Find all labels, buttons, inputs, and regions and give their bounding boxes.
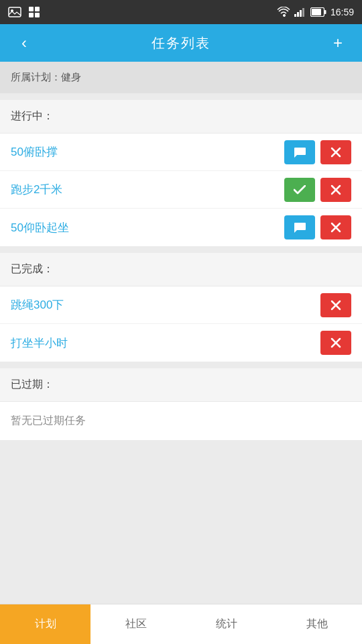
task-item: 跳绳300下: [0, 286, 362, 324]
plan-label: 所属计划：健身: [0, 62, 362, 93]
signal-icon: [294, 7, 306, 17]
task-name-5: 打坐半小时: [11, 335, 320, 351]
page-title: 任务列表: [152, 34, 210, 52]
status-bar: 16:59: [0, 0, 362, 24]
section-header-in-progress: 进行中：: [0, 100, 362, 133]
bottom-nav-item-stats[interactable]: 统计: [181, 604, 272, 644]
delete-button-3[interactable]: [320, 215, 351, 239]
close-icon: [330, 337, 341, 348]
image-icon: [8, 7, 21, 17]
svg-rect-12: [312, 9, 321, 15]
svg-rect-6: [294, 14, 296, 17]
comment-button-3[interactable]: [284, 215, 315, 239]
task-actions-1: [284, 140, 351, 164]
task-actions-3: [284, 215, 351, 239]
svg-rect-0: [9, 7, 21, 17]
check-button-2[interactable]: [284, 178, 315, 202]
wifi-icon: [277, 7, 290, 17]
section-completed: 已完成： 跳绳300下 打坐半小时: [0, 253, 362, 362]
battery-icon: [310, 7, 326, 17]
task-item: 跑步2千米: [0, 171, 362, 209]
task-actions-4: [320, 293, 351, 317]
time-display: 16:59: [330, 7, 354, 17]
bottom-nav-label-other: 其他: [306, 617, 328, 631]
close-icon: [330, 184, 341, 195]
grid-icon: [28, 6, 40, 18]
check-icon: [294, 185, 306, 195]
delete-button-4[interactable]: [320, 293, 351, 317]
svg-rect-5: [35, 13, 40, 17]
task-name-2: 跑步2千米: [11, 182, 284, 197]
svg-rect-2: [29, 7, 34, 11]
bottom-nav-label-plan: 计划: [35, 617, 56, 631]
svg-rect-4: [29, 13, 34, 17]
task-name-3: 50仰卧起坐: [11, 220, 284, 235]
bottom-nav-item-plan[interactable]: 计划: [0, 604, 90, 644]
task-item: 打坐半小时: [0, 324, 362, 362]
section-header-completed: 已完成：: [0, 253, 362, 286]
task-actions-2: [284, 178, 351, 202]
bottom-nav: 计划 社区 统计 其他: [0, 604, 362, 644]
section-in-progress: 进行中： 50俯卧撑 跑步2千米: [0, 100, 362, 246]
comment-icon: [293, 221, 306, 233]
close-icon: [330, 300, 341, 311]
svg-rect-3: [35, 7, 40, 11]
comment-icon: [293, 146, 306, 158]
svg-rect-7: [297, 12, 299, 17]
bottom-nav-item-other[interactable]: 其他: [272, 604, 362, 644]
section-expired: 已过期： 暂无已过期任务: [0, 368, 362, 440]
close-icon: [330, 222, 341, 233]
task-item: 50俯卧撑: [0, 133, 362, 171]
bottom-nav-item-community[interactable]: 社区: [90, 604, 181, 644]
content-area: 所属计划：健身 进行中： 50俯卧撑 跑步2千米: [0, 62, 362, 604]
task-name-1: 50俯卧撑: [11, 144, 284, 160]
top-nav: ‹ 任务列表 +: [0, 24, 362, 62]
status-bar-left: [8, 6, 40, 18]
close-icon: [330, 147, 341, 158]
section-header-expired: 已过期：: [0, 368, 362, 402]
svg-rect-9: [302, 8, 304, 17]
svg-rect-8: [300, 10, 302, 17]
empty-expired-message: 暂无已过期任务: [0, 402, 362, 440]
delete-button-2[interactable]: [320, 178, 351, 202]
delete-button-5[interactable]: [320, 331, 351, 355]
task-item: 50仰卧起坐: [0, 209, 362, 246]
bottom-nav-label-stats: 统计: [216, 617, 237, 631]
task-actions-5: [320, 331, 351, 355]
comment-button-1[interactable]: [284, 140, 315, 164]
task-name-4: 跳绳300下: [11, 297, 320, 313]
back-button[interactable]: ‹: [11, 30, 38, 56]
delete-button-1[interactable]: [320, 140, 351, 164]
status-bar-right: 16:59: [277, 7, 354, 17]
bottom-nav-label-community: 社区: [125, 617, 147, 631]
add-button[interactable]: +: [324, 30, 351, 56]
svg-rect-11: [324, 10, 326, 14]
